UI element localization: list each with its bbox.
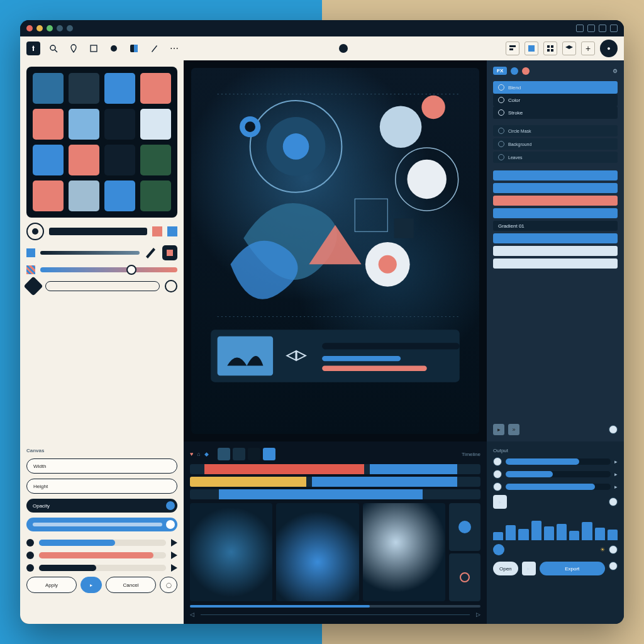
sun-icon[interactable]: ☀ [600, 547, 605, 553]
diamond-icon[interactable] [23, 276, 43, 296]
mask-tool[interactable] [127, 42, 141, 55]
handle-icon[interactable] [26, 564, 34, 572]
close-icon[interactable] [26, 25, 33, 31]
asset-shape-heart[interactable] [33, 145, 64, 175]
slider-3[interactable] [39, 565, 166, 571]
swatch-button[interactable] [525, 42, 538, 55]
artboard-tool[interactable] [87, 42, 101, 55]
knob-icon[interactable] [609, 425, 618, 434]
play-button[interactable]: ▸ [493, 424, 504, 435]
mix-3[interactable] [506, 484, 611, 490]
confirm-button[interactable]: ▸ [80, 577, 102, 593]
timeline-swatch[interactable] [218, 448, 230, 460]
menu-icon[interactable] [610, 25, 618, 32]
opacity-pill[interactable]: Opacity [26, 499, 177, 513]
asset-circle-dark[interactable] [104, 109, 135, 140]
eye-icon[interactable] [498, 141, 504, 147]
track-2[interactable] [190, 477, 480, 487]
asset-line-arc[interactable] [140, 109, 171, 140]
timeline-swatch[interactable] [248, 448, 260, 460]
eye-icon[interactable] [498, 154, 504, 160]
swatch-row[interactable]: Gradient 01 [493, 221, 618, 231]
circle-icon[interactable] [165, 280, 177, 292]
slider-2[interactable] [39, 552, 166, 558]
gradient-slider[interactable] [40, 267, 177, 272]
eye-icon[interactable] [498, 128, 504, 134]
pin-tool[interactable] [67, 42, 80, 55]
more-tool[interactable]: ⋯ [167, 42, 181, 55]
prev-icon[interactable]: ◁ [190, 611, 194, 618]
asset-grid-1[interactable] [69, 73, 99, 104]
pencil-icon[interactable] [145, 247, 157, 259]
mix-2[interactable] [506, 471, 611, 477]
stack-icon[interactable] [587, 25, 595, 32]
sidebar-icon[interactable] [599, 25, 606, 32]
asset-salmon-sq[interactable] [33, 180, 64, 211]
circle-thumb[interactable] [449, 553, 480, 601]
heart-icon[interactable]: ♥ [190, 451, 193, 457]
timeline-swatch[interactable] [263, 448, 275, 460]
cancel-button[interactable]: Cancel [106, 577, 156, 593]
pill-input[interactable] [45, 281, 160, 291]
next-button[interactable]: » [508, 424, 519, 435]
brush-tool[interactable] [107, 42, 121, 55]
track-1[interactable] [190, 464, 480, 474]
grid-button[interactable] [543, 42, 557, 55]
layers-button[interactable] [562, 42, 576, 55]
search-tool[interactable] [47, 42, 60, 55]
asset-ring-salmon[interactable] [69, 145, 99, 175]
swatch-salmon[interactable] [152, 226, 162, 236]
swatch-row[interactable] [493, 258, 618, 269]
swatch-blue[interactable] [167, 226, 177, 236]
swatch-icon[interactable] [26, 248, 35, 257]
knob-icon[interactable] [493, 457, 502, 466]
circle-thumb[interactable] [449, 503, 480, 551]
prop-row[interactable]: Stroke [493, 106, 618, 119]
width-field[interactable]: Width [26, 458, 177, 474]
scrubber[interactable] [190, 605, 480, 608]
asset-flare[interactable] [69, 180, 99, 211]
preview-thumb[interactable] [363, 503, 445, 601]
handle-icon[interactable] [26, 552, 34, 559]
move-tool[interactable] [26, 42, 40, 55]
checker-icon[interactable] [26, 265, 35, 274]
thumb-icon[interactable] [162, 245, 177, 260]
swatch-row[interactable] [493, 246, 618, 256]
asset-ring-blue[interactable] [69, 109, 99, 140]
swatch-row[interactable] [493, 233, 618, 243]
gear-icon[interactable]: ⚙ [613, 68, 618, 74]
asset-solid-blue[interactable] [104, 73, 135, 104]
layer-row[interactable]: Circle Mask [493, 125, 618, 136]
tag-icon[interactable]: ⌂ [197, 451, 200, 457]
asset-plant[interactable] [140, 180, 171, 211]
swatch-row[interactable] [493, 170, 618, 180]
knob-icon[interactable] [493, 482, 502, 491]
zoom-icon[interactable] [47, 25, 53, 31]
play-icon[interactable]: ▸ [493, 495, 507, 509]
slider-1[interactable] [39, 540, 166, 546]
preview-thumb[interactable] [190, 503, 272, 601]
knob-icon[interactable] [493, 470, 502, 479]
step-button[interactable]: ▸ [522, 562, 536, 575]
next-icon[interactable]: ▷ [476, 611, 480, 618]
preview-thumb[interactable] [276, 503, 358, 601]
asset-leaf[interactable] [140, 145, 171, 175]
drop-icon[interactable]: ◆ [204, 451, 209, 457]
circle-button[interactable]: ◯ [160, 577, 177, 593]
open-button[interactable]: Open [493, 562, 518, 575]
track-3[interactable] [190, 489, 480, 499]
asset-blue-sq[interactable] [104, 180, 135, 211]
asset-cam-icon[interactable] [104, 145, 135, 175]
progress-pill[interactable] [26, 518, 177, 531]
asset-solid-salmon[interactable] [140, 73, 171, 104]
layer-row[interactable]: Background [493, 138, 618, 150]
profile-avatar[interactable]: ● [600, 40, 618, 57]
minimize-icon[interactable] [36, 25, 43, 31]
asset-ring-red[interactable] [33, 109, 64, 140]
pen-tool[interactable] [147, 42, 161, 55]
knob-icon[interactable] [609, 562, 618, 570]
artboard[interactable]: ◁▷ [191, 68, 479, 434]
swatch-row[interactable] [493, 208, 618, 218]
export-button[interactable]: Export [540, 562, 605, 575]
mix-1[interactable] [506, 458, 611, 465]
